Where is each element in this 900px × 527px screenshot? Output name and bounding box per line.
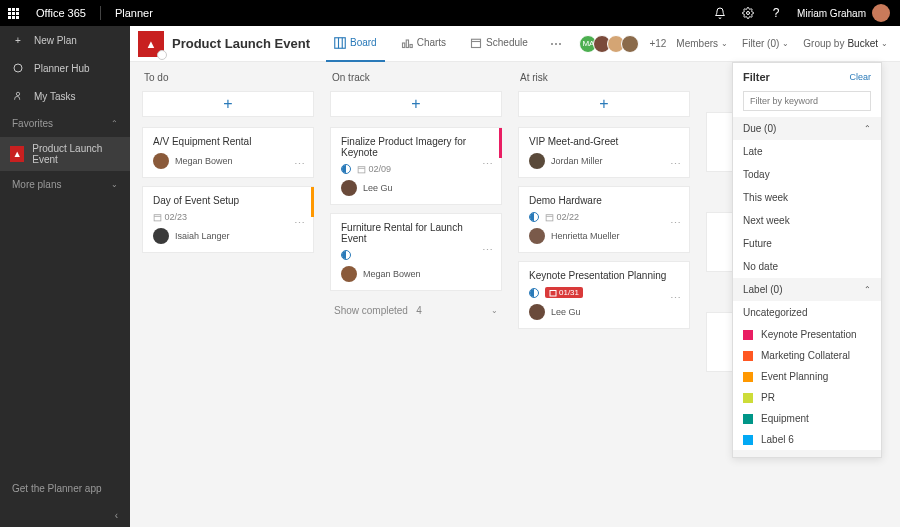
filter-label-option[interactable]: Marketing Collateral — [733, 345, 881, 366]
new-plan-button[interactable]: + New Plan — [0, 26, 130, 54]
progress-icon — [341, 164, 351, 174]
label-swatch — [743, 330, 753, 340]
filter-clear-button[interactable]: Clear — [849, 72, 871, 82]
task-card[interactable]: Day of Event Setup 02/23Isaiah Langer⋯ — [142, 186, 314, 253]
svg-point-1 — [14, 64, 22, 72]
tab-board[interactable]: Board — [326, 26, 385, 62]
plus-icon: + — [12, 34, 24, 46]
groupby-value: Bucket — [847, 38, 878, 49]
filter-label-option[interactable]: Event Planning — [733, 366, 881, 387]
bucket-title: On track — [330, 72, 502, 83]
assignee-name: Isaiah Langer — [175, 231, 230, 241]
svg-rect-3 — [335, 37, 346, 48]
favorites-section[interactable]: Favorites ⌃ — [0, 110, 130, 137]
card-more-button[interactable]: ⋯ — [482, 158, 493, 171]
show-completed-toggle[interactable]: Show completed 4⌄ — [330, 299, 502, 322]
bucket: At risk+VIP Meet-and-GreetJordan Miller⋯… — [518, 72, 690, 517]
tab-label: Charts — [417, 37, 446, 48]
app-launcher-button[interactable] — [0, 0, 26, 26]
filter-label-option[interactable]: Keynote Presentation — [733, 324, 881, 345]
label-name: Marketing Collateral — [761, 350, 850, 361]
tab-schedule[interactable]: Schedule — [462, 26, 536, 62]
help-icon[interactable]: ? — [769, 6, 783, 20]
card-more-button[interactable]: ⋯ — [294, 217, 305, 230]
filter-due-option[interactable]: Next week — [733, 209, 881, 232]
filter-due-option[interactable]: No date — [733, 255, 881, 278]
member-avatars[interactable]: MA — [579, 35, 639, 53]
add-task-button[interactable]: + — [330, 91, 502, 117]
add-task-button[interactable]: + — [142, 91, 314, 117]
card-meta: 02/23 — [153, 212, 303, 222]
left-sidebar: + New Plan Planner Hub My Tasks Favorite… — [0, 26, 130, 527]
user-avatar — [872, 4, 890, 22]
more-plans-section[interactable]: More plans ⌄ — [0, 171, 130, 198]
filter-label-option[interactable]: PR — [733, 387, 881, 408]
card-more-button[interactable]: ⋯ — [670, 217, 681, 230]
label-name: PR — [761, 392, 775, 403]
section-label: Favorites — [12, 118, 53, 129]
svg-rect-17 — [550, 290, 556, 296]
task-card[interactable]: Furniture Rental for Launch EventMegan B… — [330, 213, 502, 291]
card-more-button[interactable]: ⋯ — [482, 244, 493, 257]
user-account[interactable]: Miriam Graham — [797, 4, 890, 22]
filter-due-option[interactable]: This week — [733, 186, 881, 209]
global-topbar: Office 365 Planner ? Miriam Graham — [0, 0, 900, 26]
sidebar-plan-item[interactable]: ▲ Product Launch Event — [0, 137, 130, 171]
tab-label: Board — [350, 37, 377, 48]
filter-due-option[interactable]: Today — [733, 163, 881, 186]
more-menu-button[interactable]: ⋯ — [544, 37, 568, 51]
my-tasks-link[interactable]: My Tasks — [0, 82, 130, 110]
filter-label-uncategorized[interactable]: Uncategorized — [733, 301, 881, 324]
task-card[interactable]: Demo Hardware 02/22Henrietta Mueller⋯ — [518, 186, 690, 253]
collapse-sidebar-button[interactable]: ‹ — [0, 504, 130, 527]
add-task-button[interactable]: + — [518, 91, 690, 117]
filter-due-option[interactable]: Late — [733, 140, 881, 163]
app-name[interactable]: Planner — [105, 7, 163, 19]
filter-section-header[interactable]: Assignment (0)⌃ — [733, 450, 881, 457]
card-assignee: Isaiah Langer — [153, 228, 303, 244]
filter-label-option[interactable]: Equipment — [733, 408, 881, 429]
filter-keyword-input[interactable] — [743, 91, 871, 111]
card-assignee: Jordan Miller — [529, 153, 679, 169]
task-card[interactable]: Finalize Product Imagery for Keynote 02/… — [330, 127, 502, 205]
svg-rect-13 — [358, 167, 365, 173]
card-title: VIP Meet-and-Greet — [529, 136, 679, 147]
card-meta: 02/22 — [529, 212, 679, 222]
members-dropdown[interactable]: Members⌄ — [672, 38, 732, 49]
settings-icon[interactable] — [741, 6, 755, 20]
filter-section-header[interactable]: Due (0)⌃ — [733, 117, 881, 140]
filter-section-header[interactable]: Label (0)⌃ — [733, 278, 881, 301]
assignee-avatar — [341, 180, 357, 196]
label-name: Event Planning — [761, 371, 828, 382]
get-app-link[interactable]: Get the Planner app — [0, 473, 130, 504]
filter-due-option[interactable]: Future — [733, 232, 881, 255]
groupby-label: Group by — [803, 38, 844, 49]
notifications-icon[interactable] — [713, 6, 727, 20]
svg-point-2 — [16, 92, 19, 95]
filter-label-option[interactable]: Label 6 — [733, 429, 881, 450]
card-more-button[interactable]: ⋯ — [294, 158, 305, 171]
card-title: A/V Equipment Rental — [153, 136, 303, 147]
task-card[interactable]: VIP Meet-and-GreetJordan Miller⋯ — [518, 127, 690, 178]
bucket-title: To do — [142, 72, 314, 83]
svg-rect-6 — [402, 43, 404, 48]
svg-rect-9 — [472, 39, 481, 47]
label-swatch — [743, 372, 753, 382]
chevron-down-icon: ⌄ — [111, 180, 118, 189]
task-card[interactable]: A/V Equipment RentalMegan Bowen⋯ — [142, 127, 314, 178]
chevron-down-icon: ⌄ — [721, 39, 728, 48]
card-more-button[interactable]: ⋯ — [670, 158, 681, 171]
card-meta: 02/09 — [341, 164, 491, 174]
progress-icon — [529, 212, 539, 222]
member-avatar — [621, 35, 639, 53]
groupby-dropdown[interactable]: Group by Bucket ⌄ — [799, 38, 892, 49]
tab-charts[interactable]: Charts — [393, 26, 454, 62]
members-label: Members — [676, 38, 718, 49]
filter-dropdown[interactable]: Filter (0)⌄ — [738, 38, 793, 49]
member-overflow-count: +12 — [649, 38, 666, 49]
task-card[interactable]: Keynote Presentation Planning 01/31Lee G… — [518, 261, 690, 329]
planner-hub-link[interactable]: Planner Hub — [0, 54, 130, 82]
label-swatch — [743, 351, 753, 361]
card-assignee: Henrietta Mueller — [529, 228, 679, 244]
card-more-button[interactable]: ⋯ — [670, 292, 681, 305]
